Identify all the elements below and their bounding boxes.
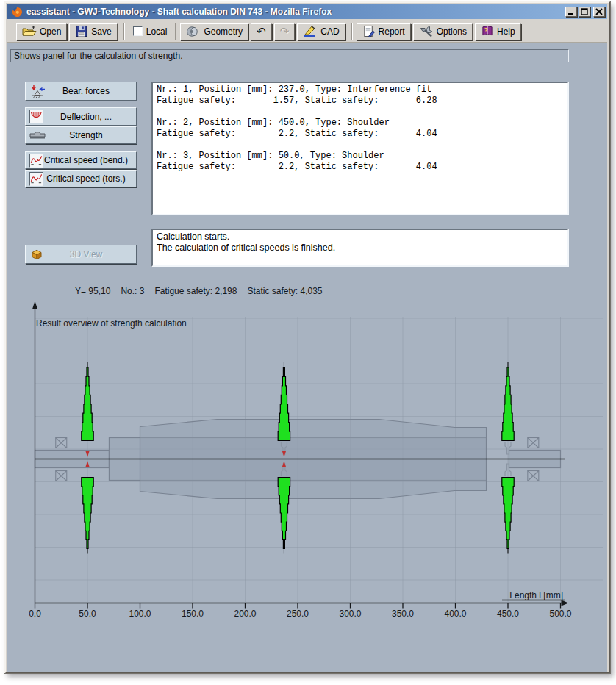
svg-text:?: ? [484, 26, 487, 34]
status-text: Shows panel for the calculation of stren… [14, 51, 182, 61]
strength-shaft-icon [29, 131, 46, 140]
x-tick-label: 300.0 [339, 609, 361, 619]
options-button[interactable]: Options [413, 23, 473, 40]
x-tick-label: 200.0 [234, 609, 256, 619]
firefox-icon [12, 7, 23, 18]
x-tick-label: 250.0 [287, 609, 309, 619]
close-button[interactable] [593, 7, 605, 17]
close-icon [595, 8, 603, 15]
bearing-forces-icon [29, 84, 46, 98]
local-label: Local [146, 26, 168, 37]
app-window: eassistant - GWJ-Technology - Shaft calc… [4, 1, 610, 673]
report-button[interactable]: Report [357, 23, 411, 40]
toolbar-separator [175, 23, 176, 40]
cad-button[interactable]: CAD [297, 23, 345, 40]
cad-label: CAD [320, 26, 339, 37]
minimize-icon [567, 8, 575, 15]
x-tick-label: 350.0 [392, 609, 414, 619]
x-tick-label: 150.0 [182, 609, 204, 619]
x-tick-label: 100.0 [129, 609, 151, 619]
save-button[interactable]: Save [69, 23, 117, 40]
strength-button[interactable]: Strength [25, 126, 137, 144]
x-tick-label: 450.0 [497, 609, 519, 619]
open-label: Open [40, 26, 61, 37]
maximize-icon [581, 8, 588, 15]
strength-overview-chart[interactable]: 0.050.0100.0150.0200.0250.0300.0350.0400… [7, 296, 610, 671]
toolbar: Open Save Local [7, 21, 607, 43]
toolbar-separator [351, 23, 353, 40]
view-3d-button[interactable]: 3D View [25, 245, 137, 264]
maximize-button[interactable] [579, 7, 590, 17]
status-strip: Shows panel for the calculation of stren… [10, 49, 569, 62]
undo-icon: ↶ [257, 26, 266, 37]
report-label: Report [379, 26, 405, 37]
readout-static-safety: Static safety: 4,035 [247, 286, 322, 296]
cursor-readout: Y= 95,10No.: 3Fatigue safety: 2,198Stati… [75, 286, 333, 296]
local-checkbox[interactable] [133, 26, 143, 36]
critical-speed-tors-icon [29, 172, 43, 186]
critical-speed-tors-button[interactable]: Critical speed (tors.) [25, 170, 137, 187]
save-label: Save [91, 26, 111, 37]
options-tools-icon [419, 25, 434, 38]
cube-3d-icon [29, 248, 44, 261]
window-title: eassistant - GWJ-Technology - Shaft calc… [26, 7, 564, 17]
open-folder-icon [22, 25, 37, 37]
minimize-button[interactable] [565, 7, 577, 17]
deflection-icon [29, 110, 43, 123]
x-axis-label: Length l [mm] [509, 590, 563, 600]
open-button[interactable]: Open [16, 23, 67, 40]
redo-button[interactable]: ↷ [274, 23, 296, 40]
help-book-icon: ? [481, 25, 494, 37]
geometry-shaft-icon [186, 25, 201, 38]
geometry-label: Geometry [204, 26, 243, 37]
x-tick-label: 400.0 [444, 609, 466, 619]
undo-button[interactable]: ↶ [251, 23, 272, 40]
chart-title: Result overview of strength calculation [36, 318, 187, 329]
bear-forces-button[interactable]: Bear. forces [25, 82, 137, 101]
readout-fatigue-safety: Fatigue safety: 2,198 [154, 286, 237, 296]
toolbar-separator [123, 23, 125, 40]
geometry-button[interactable]: Geometry [180, 23, 248, 40]
save-floppy-icon [75, 25, 88, 37]
strength-results-textarea[interactable]: Nr.: 1, Position [mm]: 237.0, Type: Inte… [151, 82, 569, 215]
options-label: Options [437, 26, 467, 37]
readout-y: Y= 95,10 [75, 286, 110, 296]
redo-icon: ↷ [280, 26, 290, 37]
deflection-button[interactable]: Deflection, ... [25, 107, 137, 126]
calculation-log-textarea[interactable]: Calculation starts. The calculation of c… [151, 229, 569, 267]
titlebar[interactable]: eassistant - GWJ-Technology - Shaft calc… [7, 4, 607, 19]
report-document-icon [362, 25, 376, 37]
x-tick-label: 0.0 [29, 609, 41, 619]
help-button[interactable]: ? Help [475, 23, 521, 40]
readout-no: No.: 3 [121, 286, 144, 296]
main-panel: Shows panel for the calculation of stren… [7, 43, 607, 672]
help-label: Help [497, 26, 515, 37]
local-checkbox-group[interactable]: Local [129, 23, 172, 40]
critical-speed-bend-button[interactable]: Critical speed (bend.) [25, 151, 137, 169]
x-tick-label: 50.0 [79, 609, 96, 619]
x-tick-label: 500.0 [549, 609, 571, 619]
cad-ruler-pencil-icon [303, 25, 318, 37]
critical-speed-bend-icon [29, 154, 43, 168]
